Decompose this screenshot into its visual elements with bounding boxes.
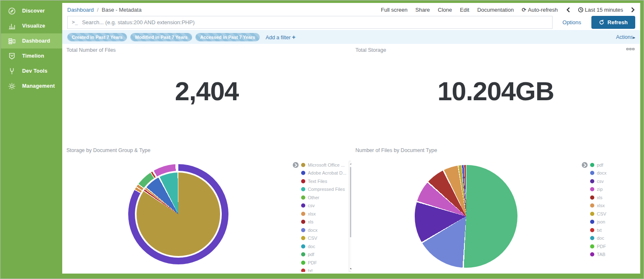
legend-item-pdf[interactable]: pdf — [590, 161, 632, 169]
legend-color-dot — [590, 203, 594, 208]
legend-item-microsoft-office-[interactable]: Microsoft Office ... — [301, 161, 354, 169]
panel-options-icon[interactable] — [626, 48, 634, 50]
storage-pie-inner-ring[interactable] — [137, 172, 220, 256]
legend-color-dot — [590, 163, 594, 167]
menu-item-share[interactable]: Share — [416, 7, 430, 13]
menu-item-edit[interactable]: Edit — [460, 7, 469, 13]
legend-color-dot — [590, 179, 594, 183]
legend-item-json[interactable]: json — [590, 218, 632, 226]
plus-icon: + — [292, 34, 295, 41]
legend-item-xls[interactable]: xls — [590, 193, 632, 202]
search-row: >_ Options Refresh — [62, 14, 640, 30]
legend-color-dot — [590, 244, 594, 249]
filter-pill[interactable]: Created in Past 7 Years — [67, 33, 127, 41]
legend-color-dot — [301, 179, 305, 183]
menu-item-full-screen[interactable]: Full screen — [381, 7, 408, 13]
panel-title: Total Number of Files — [66, 47, 116, 53]
menu-item-documentation[interactable]: Documentation — [477, 7, 514, 13]
caret-right-icon: ▸ — [633, 35, 635, 40]
legend-color-dot — [590, 236, 594, 240]
sidebar-item-discover[interactable]: Discover — [1, 3, 62, 18]
legend-item-csv[interactable]: csv — [590, 177, 632, 185]
top-nav: Dashboard / Base - Metadata Full screenS… — [62, 3, 640, 14]
breadcrumb-current: Base - Metadata — [101, 7, 141, 13]
storage-pie-legend: Microsoft Office ...Adobe Acrobat D...Te… — [293, 161, 354, 272]
legend-color-dot — [301, 228, 305, 232]
legend-item-csv[interactable]: CSV — [301, 234, 354, 243]
files-pie-chart[interactable] — [415, 165, 517, 268]
menu-item-clone[interactable]: Clone — [438, 7, 452, 13]
filter-pills: Created in Past 7 YearsModified in Past … — [67, 33, 260, 41]
sidebar-item-visualize[interactable]: Visualize — [1, 18, 62, 33]
legend-item-zip[interactable]: zip — [590, 185, 632, 194]
legend-item-docx[interactable]: docx — [590, 169, 632, 178]
legend-item-doc[interactable]: doc — [301, 242, 354, 251]
legend-color-dot — [590, 187, 594, 191]
grid-icon — [8, 37, 16, 46]
legend-item-xls[interactable]: xls — [301, 218, 354, 226]
top-menu-items: Full screenShareCloneEditDocumentation — [381, 7, 514, 13]
legend-item-compressed-files[interactable]: Compressed Files — [301, 185, 354, 194]
clock-icon — [578, 7, 583, 13]
legend-item-doc[interactable]: doc — [590, 234, 632, 243]
gear-icon — [8, 82, 16, 91]
options-link[interactable]: Options — [563, 19, 581, 25]
legend-item-csv[interactable]: CSV — [590, 210, 632, 218]
search-input[interactable] — [82, 19, 548, 25]
legend-color-dot — [301, 203, 305, 208]
sidebar-item-timelion[interactable]: Timelion — [1, 48, 62, 63]
legend-color-dot — [301, 244, 305, 249]
sidebar-item-management[interactable]: Management — [1, 79, 62, 94]
legend-color-dot — [301, 269, 305, 272]
legend-color-dot — [590, 195, 594, 200]
main-content: Dashboard / Base - Metadata Full screenS… — [62, 3, 640, 274]
auto-refresh-button[interactable]: ⟳Auto-refresh — [522, 7, 558, 13]
legend-color-dot — [590, 228, 594, 232]
legend-color-dot — [301, 236, 305, 240]
legend-item-xlsx[interactable]: xlsx — [590, 202, 632, 210]
chart-icon — [8, 22, 16, 30]
auto-refresh-icon: ⟳ — [522, 7, 526, 13]
legend-item-txt[interactable]: txt — [301, 267, 354, 272]
legend-color-dot — [590, 220, 594, 224]
metric-value-total-storage: 10.204GB — [351, 76, 640, 106]
legend-item-xlsx[interactable]: xlsx — [301, 210, 354, 218]
add-filter-button[interactable]: Add a filter + — [266, 34, 295, 41]
legend-item-tab[interactable]: TAB — [590, 251, 632, 259]
breadcrumb-separator: / — [97, 7, 99, 13]
time-forward-button[interactable] — [631, 7, 635, 13]
dashboard-grid: Total Number of Files 2,404 Total Storag… — [62, 44, 640, 274]
terminal-prompt-icon: >_ — [72, 19, 78, 25]
panel-files-by-document-type: Number of Files by Document Type pdfdocx… — [351, 144, 640, 274]
legend-item-adobe-acrobat-d-[interactable]: Adobe Acrobat D... — [301, 169, 354, 178]
legend-color-dot — [590, 252, 594, 256]
legend-color-dot — [301, 171, 305, 175]
legend-item-txt[interactable]: txt — [590, 226, 632, 234]
legend-item-docx[interactable]: docx — [301, 226, 354, 234]
legend-rows: Microsoft Office ...Adobe Acrobat D...Te… — [301, 161, 354, 272]
search-box: >_ — [67, 16, 553, 29]
legend-item-csv[interactable]: csv — [301, 202, 354, 210]
storage-pie-outer-ring[interactable] — [128, 164, 228, 264]
legend-item-pdf[interactable]: PDF — [301, 259, 354, 267]
breadcrumb-dashboard-link[interactable]: Dashboard — [67, 7, 94, 13]
time-back-button[interactable] — [566, 7, 570, 13]
legend-color-dot — [590, 212, 594, 216]
legend-collapse-toggle[interactable] — [293, 162, 299, 168]
legend-color-dot — [301, 187, 305, 191]
actions-link[interactable]: Actions▸ — [616, 34, 635, 40]
legend-item-pdf[interactable]: PDF — [590, 242, 632, 251]
refresh-button[interactable]: Refresh — [591, 16, 635, 29]
legend-item-pdf[interactable]: pdf — [301, 251, 354, 259]
sidebar-item-dashboard[interactable]: Dashboard — [1, 33, 62, 48]
filter-pill[interactable]: Accessed in Past 7 Years — [195, 33, 260, 41]
time-range-picker[interactable]: Last 15 minutes — [578, 7, 623, 13]
filter-pill[interactable]: Modified in Past 7 Years — [130, 33, 192, 41]
sidebar-item-dev-tools[interactable]: Dev Tools — [1, 63, 62, 79]
legend-color-dot — [301, 163, 305, 167]
filter-bar: Created in Past 7 YearsModified in Past … — [62, 30, 640, 44]
panel-storage-by-group-type: Storage by Document Group & Type Microso… — [62, 144, 351, 274]
legend-item-other[interactable]: Other — [301, 193, 354, 202]
legend-item-text-files[interactable]: Text Files — [301, 177, 354, 185]
legend-collapse-toggle[interactable] — [582, 162, 588, 168]
